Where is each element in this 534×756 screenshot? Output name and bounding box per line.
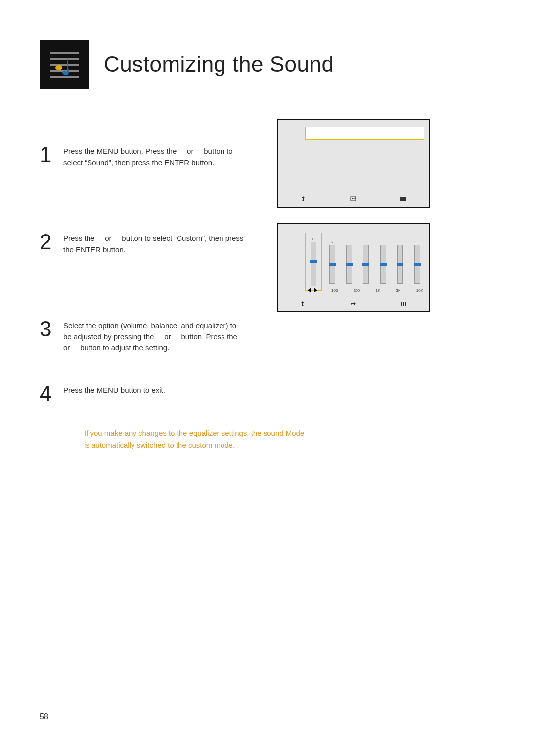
step-text: Press the MENU button. Press the or butt… (63, 144, 246, 168)
menu-item (305, 151, 424, 160)
slider-eq-300 (359, 233, 373, 291)
return-hint (400, 196, 407, 202)
slider-track (363, 245, 369, 284)
tv-screens: 0 R (277, 119, 430, 327)
freq-label: 300 (354, 288, 360, 293)
svg-rect-1 (50, 58, 79, 60)
sound-section-icon (40, 40, 89, 89)
screen-footer (278, 196, 429, 202)
equalizer-screen: 0 R (277, 223, 430, 312)
svg-rect-8 (402, 197, 404, 201)
slider-track (329, 245, 335, 284)
speaker-left-icon (308, 288, 311, 293)
step-text: Press the or button to select “Custom”, … (63, 231, 246, 255)
sound-menu-screen (277, 119, 430, 208)
step-text: Select the option (volume, balance, and … (63, 318, 246, 354)
menu-item (305, 169, 424, 178)
freq-label: 1K (375, 288, 380, 293)
balance-speaker-icons (308, 288, 317, 293)
slider-value: 0 (312, 237, 314, 242)
page-title: Customizing the Sound (104, 52, 334, 77)
menu-item (305, 142, 424, 151)
step-number: 1 (40, 144, 56, 166)
freq-label: 100 (331, 288, 338, 293)
freq-label: 3K (396, 288, 401, 293)
note-line: is automatically switched to the custom … (84, 439, 361, 451)
svg-rect-10 (401, 302, 402, 306)
menu-item (305, 178, 424, 187)
slider-eq-3k (393, 233, 407, 291)
svg-rect-9 (404, 197, 406, 201)
menu-item (305, 160, 424, 169)
slider-track (397, 245, 403, 284)
freq-label: 10K (416, 288, 423, 293)
slider-track (346, 245, 352, 284)
slider-eq-10k (410, 233, 424, 291)
svg-rect-12 (405, 302, 406, 306)
equalizer-sliders: 0 R (305, 233, 424, 291)
step-number: 3 (40, 318, 56, 340)
sound-menu-body (305, 127, 424, 187)
move-hint (300, 301, 306, 307)
step-number: 4 (40, 383, 56, 405)
slider-track (414, 245, 420, 284)
manual-page: Customizing the Sound 1 Press the MENU b… (0, 0, 534, 756)
speaker-right-icon (314, 288, 317, 293)
eq-frequency-labels: 100 300 1K 3K 10K (331, 288, 423, 293)
screen-footer (278, 301, 429, 307)
enter-hint (350, 196, 356, 202)
menu-item-highlighted (305, 127, 424, 140)
move-hint (300, 196, 306, 202)
svg-rect-0 (50, 52, 79, 54)
note-line: If you make any changes to the equalizer… (84, 427, 361, 439)
slider-label: R (331, 240, 334, 245)
step-4: 4 Press the MENU button to exit. (40, 378, 494, 413)
slider-eq-1k (376, 233, 390, 291)
svg-point-5 (55, 65, 62, 70)
slider-volume-selected: 0 (305, 233, 322, 291)
return-hint (400, 301, 407, 307)
slider-track (311, 242, 316, 286)
equalizer-note: If you make any changes to the equalizer… (84, 427, 361, 451)
slider-track (380, 245, 386, 284)
svg-rect-7 (400, 197, 402, 201)
svg-rect-4 (50, 76, 79, 78)
slider-balance: R (325, 233, 339, 291)
adjust-hint (350, 301, 356, 307)
step-text: Press the MENU button to exit. (63, 383, 165, 396)
slider-eq-100 (342, 233, 356, 291)
step-number: 2 (40, 231, 56, 253)
svg-rect-2 (50, 64, 79, 66)
page-number: 58 (40, 712, 48, 721)
page-header: Customizing the Sound (40, 40, 494, 89)
svg-rect-11 (403, 302, 404, 306)
